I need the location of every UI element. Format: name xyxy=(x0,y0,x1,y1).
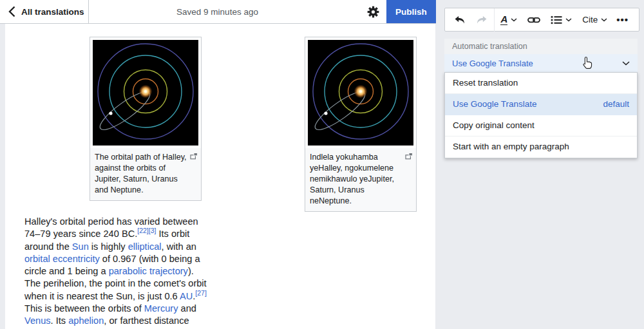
chevron-down-icon xyxy=(601,18,607,22)
publish-button[interactable]: Publish xyxy=(386,0,436,23)
save-status: Saved 9 minutes ago xyxy=(89,7,346,17)
chevron-down-icon xyxy=(565,18,572,22)
editor-surface: The orbital path of Halley, against the … xyxy=(5,24,435,329)
source-figure-caption: The orbital path of Halley, against the … xyxy=(90,148,201,200)
cite-button[interactable]: Cite xyxy=(577,8,612,31)
default-badge: default xyxy=(603,94,629,115)
link-button[interactable] xyxy=(522,8,545,31)
back-to-all-translations[interactable]: All translations xyxy=(0,0,89,23)
translation-provider-dropdown[interactable]: Use Google Translate xyxy=(444,54,638,72)
top-header: All translations Saved 9 minutes ago Pub… xyxy=(0,0,436,24)
menu-item-use-google-translate[interactable]: Use Google Translate default xyxy=(445,94,637,115)
menu-item-start-empty-paragraph[interactable]: Start with an empty paragraph xyxy=(445,136,637,158)
text-style-icon: A xyxy=(500,14,507,25)
list-structure-button[interactable] xyxy=(545,8,577,31)
gear-icon xyxy=(367,6,379,18)
source-paragraph[interactable]: Halley's orbital period has varied betwe… xyxy=(24,216,210,329)
back-label: All translations xyxy=(21,7,84,17)
menu-item-reset-translation[interactable]: Reset translation xyxy=(445,73,637,94)
translation-tools-card: Automatic translation Use Google Transla… xyxy=(444,39,638,72)
source-figure-frame xyxy=(90,37,201,148)
source-figure[interactable]: The orbital path of Halley, against the … xyxy=(90,37,202,201)
translation-column: Indlela yokuhamba yeHalley, ngokumelene … xyxy=(232,24,422,212)
expand-icon[interactable] xyxy=(190,153,198,160)
chevron-left-icon xyxy=(8,6,15,17)
link-icon xyxy=(527,15,540,24)
settings-button[interactable] xyxy=(359,0,386,23)
more-options-button[interactable]: ••• xyxy=(612,14,632,26)
translation-provider-menu: Reset translation Use Google Translate d… xyxy=(444,72,638,158)
editing-toolbar: A Cite ••• xyxy=(444,8,639,32)
chevron-down-icon xyxy=(511,18,517,22)
menu-item-copy-original-content[interactable]: Copy original content xyxy=(445,115,637,136)
solar-orbits-image xyxy=(93,40,198,146)
bullet-list-icon xyxy=(551,15,562,24)
redo-icon xyxy=(476,15,488,24)
translation-figure[interactable]: Indlela yokuhamba yeHalley, ngokumelene … xyxy=(305,37,417,212)
chevron-down-icon xyxy=(622,61,630,66)
undo-icon xyxy=(454,15,466,24)
translation-figure-caption: Indlela yokuhamba yeHalley, ngokumelene … xyxy=(305,148,416,211)
undo-button[interactable] xyxy=(449,8,471,31)
expand-icon[interactable] xyxy=(405,153,413,160)
translation-figure-frame xyxy=(305,37,416,148)
automatic-translation-header: Automatic translation xyxy=(444,39,638,54)
solar-orbits-image xyxy=(308,40,413,146)
redo-button[interactable] xyxy=(471,8,493,31)
hand-cursor-icon xyxy=(581,57,593,70)
text-style-button[interactable]: A xyxy=(495,8,522,31)
source-column: The orbital path of Halley, against the … xyxy=(19,24,210,329)
